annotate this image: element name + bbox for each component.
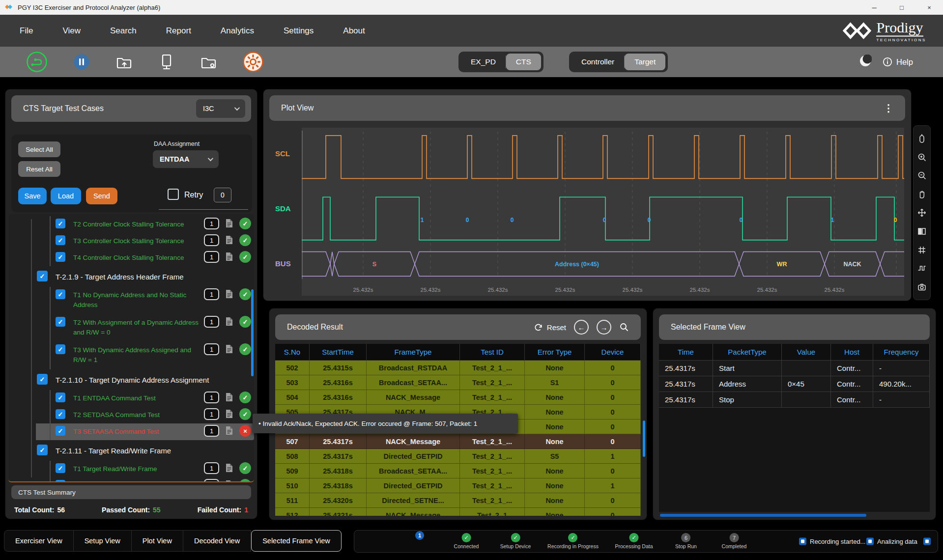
column-header[interactable]: FrameType [367,344,460,361]
tree-item[interactable]: ✓T3 With Dynamic Address Assigned and R/… [8,342,254,369]
decoded-scrollbar[interactable] [643,420,645,457]
checkbox-checked-icon[interactable]: ✓ [56,289,65,299]
select-all-button[interactable]: Select All [18,141,60,157]
tree-item[interactable]: ✓T3 Controller Clock Stalling Tolerance1… [8,233,254,250]
decoded-row[interactable]: 50825.4317sDirected_GETPIDTest_2_1_...S5… [275,449,641,464]
report-doc-icon[interactable] [226,219,233,230]
checkbox-checked-icon[interactable]: ✓ [56,344,65,354]
tree-item[interactable]: ✓T2 Controller Clock Stalling Tolerance1… [8,216,254,233]
run-count-input[interactable]: 1 [204,425,219,437]
more-menu-icon[interactable]: ⋮ [884,102,893,114]
column-header[interactable]: Device [585,344,641,361]
report-doc-icon[interactable] [226,480,233,482]
decoded-row[interactable]: 51125.4320sDirected_SETNE...Test_2_1_...… [275,493,641,508]
report-doc-icon[interactable] [226,289,233,301]
menu-item-view[interactable]: View [62,26,81,36]
column-header[interactable]: S.No [275,344,310,361]
tree-item[interactable]: ✓T-2.1.10 - Target Dynamic Address Assig… [8,369,254,390]
daa-dropdown[interactable]: ENTDAA [153,150,219,168]
run-count-input[interactable]: 1 [204,288,219,300]
retry-checkbox[interactable] [168,189,179,200]
run-count-input[interactable]: 1 [204,234,219,246]
folder-search-icon[interactable] [200,53,218,71]
column-header[interactable]: Value [782,344,831,361]
run-count-input[interactable]: 1 [204,479,219,482]
folder-export-icon[interactable] [115,53,134,71]
close-button[interactable]: × [915,0,943,15]
protocol-dropdown[interactable]: I3C [196,99,245,118]
run-count-input[interactable]: 1 [204,316,219,328]
report-doc-icon[interactable] [226,463,233,475]
decoded-row[interactable]: 51025.4318sDirected_GETPIDTest_2_1_...No… [275,478,641,493]
run-count-input[interactable]: 1 [204,462,219,474]
checkbox-checked-icon[interactable]: ✓ [37,445,48,455]
signal-icon[interactable] [916,262,928,274]
frame-hscrollbar[interactable] [660,514,866,517]
checkbox-checked-icon[interactable]: ✓ [56,409,65,419]
tree-item[interactable]: ✓T-2.1.11 - Target Read/Write Frame [8,440,254,461]
waveform-area[interactable]: 10000010SAddress (0×45)WRNACK25.432s25.4… [302,128,904,296]
run-count-input[interactable]: 1 [204,343,219,355]
view-tab-plot-view[interactable]: Plot View [132,530,183,552]
prev-error-button[interactable]: ← [574,320,589,335]
run-count-input[interactable]: 1 [204,392,219,403]
report-doc-icon[interactable] [226,317,233,328]
help-button[interactable]: Help [883,57,913,67]
frame-row[interactable]: 25.4317sStopContr...- [659,392,930,408]
run-count-input[interactable]: 1 [204,251,219,263]
menu-item-report[interactable]: Report [166,26,191,36]
column-header[interactable]: PacketType [713,344,782,361]
move-icon[interactable] [916,207,928,219]
decoded-row[interactable]: 51225.4321sNACK_MessageTest_2_1None0 [275,508,641,516]
minimize-button[interactable]: ─ [860,0,888,15]
exerciser-run-icon[interactable] [26,51,48,73]
frame-row[interactable]: 25.4317sStartContr...- [659,361,930,376]
dark-mode-moon-icon[interactable] [859,55,872,69]
search-icon[interactable] [619,322,629,332]
decoded-row[interactable]: 50325.4316sBroadcast_SETAA...Test_2_1_..… [275,375,641,390]
zoom-out-icon[interactable] [916,169,928,181]
checkbox-checked-icon[interactable]: ✓ [56,480,65,482]
tree-item[interactable]: ✓T2 SETDASA Command Test1✓ [8,407,254,423]
column-header[interactable]: Test ID [460,344,525,361]
send-button[interactable]: Send [86,188,117,204]
checkbox-checked-icon[interactable]: ✓ [56,392,65,402]
run-count-input[interactable]: 1 [204,218,219,229]
decoded-row[interactable]: 50225.4315sBroadcast_RSTDAATest_2_1_...N… [275,361,641,375]
tree-item[interactable]: ✓T-2.1.9 - Target Address Header Frame [8,266,254,287]
view-tab-exerciser-view[interactable]: Exerciser View [4,530,74,552]
reset-all-button[interactable]: Reset All [18,161,60,177]
column-header[interactable]: Error Type [525,344,585,361]
menu-item-file[interactable]: File [20,26,33,36]
reset-button[interactable]: Reset [534,323,566,332]
report-doc-icon[interactable] [226,392,233,404]
decoded-row[interactable]: 50425.4316sNACK_MessageTest_2_1_...None0 [275,390,641,405]
pan-hand-icon[interactable] [916,188,928,200]
report-doc-icon[interactable] [226,344,233,356]
report-doc-icon[interactable] [226,426,233,437]
report-doc-icon[interactable] [226,252,233,263]
grid-icon[interactable] [916,244,928,256]
toggle-option-controller[interactable]: Controller [572,54,624,70]
mouse-pointer-icon[interactable] [916,133,928,144]
column-header[interactable]: Host [831,344,873,361]
decoded-row[interactable]: 50725.4317sNACK_MessageTest_2_1_...None0 [275,434,641,449]
snapshot-camera-icon[interactable] [916,281,928,293]
column-header[interactable]: Time [659,344,713,361]
checkbox-checked-icon[interactable]: ✓ [56,426,65,436]
checkbox-checked-icon[interactable]: ✓ [56,252,65,262]
toggle-option-ex-pd[interactable]: EX_PD [461,54,506,70]
save-button[interactable]: Save [18,188,47,204]
tree-scrollbar[interactable] [251,289,254,376]
checkbox-checked-icon[interactable]: ✓ [56,317,65,327]
toggle-option-target[interactable]: Target [625,54,665,70]
decoded-row[interactable]: 50925.4318sBroadcast_SETAA...Test_2_1_..… [275,464,641,478]
column-header[interactable]: Frequency [873,344,930,361]
menu-item-settings[interactable]: Settings [284,26,314,36]
checkbox-checked-icon[interactable]: ✓ [56,219,65,228]
checkbox-checked-icon[interactable]: ✓ [56,235,65,245]
device-monitor-icon[interactable] [157,53,176,71]
view-tab-selected-frame-view[interactable]: Selected Frame View [251,530,342,552]
menu-item-analytics[interactable]: Analytics [221,26,254,36]
tree-item[interactable]: ✓T4 Controller Clock Stalling Tolerance1… [8,250,254,266]
